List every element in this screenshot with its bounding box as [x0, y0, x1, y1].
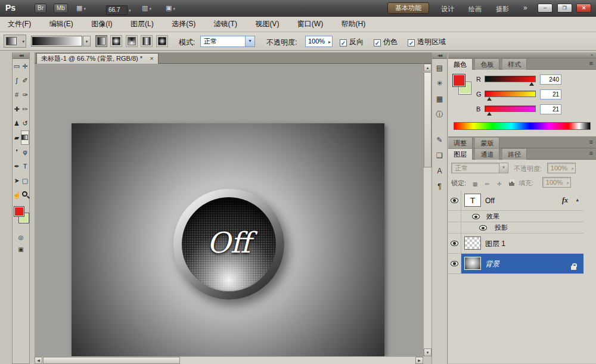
layer-row-off[interactable]: T Off fx ▴ [448, 191, 583, 211]
tool-preset-picker[interactable]: ▾ [4, 35, 26, 48]
lock-transparent-pixels-icon[interactable]: ▦ [471, 181, 479, 187]
bridge-button[interactable]: Br [35, 4, 46, 13]
eye-icon[interactable] [479, 225, 487, 231]
clone-source-panel-icon[interactable]: ❏ [433, 150, 446, 162]
menu-image[interactable]: 图像(I) [83, 17, 120, 32]
layer-row-layer1[interactable]: 图层 1 [448, 234, 583, 254]
collapse-tools-icon[interactable]: ◀◀ [13, 52, 29, 59]
minimize-button[interactable]: ─ [538, 4, 552, 13]
brush-tool[interactable]: ✏ [21, 102, 29, 116]
tab-styles[interactable]: 样式 [502, 59, 527, 70]
visibility-cell[interactable] [448, 234, 461, 253]
gradient-picker-arrow[interactable]: ▾ [83, 36, 91, 46]
menu-window[interactable]: 窗口(W) [290, 17, 331, 32]
zoom-level-field[interactable]: 66.7 [106, 5, 128, 15]
brushes-panel-icon[interactable]: ✎ [433, 134, 446, 147]
gradient-tool[interactable] [21, 130, 29, 145]
blur-tool[interactable]: ❜ [13, 145, 21, 159]
gradient-preview[interactable] [31, 36, 82, 46]
tab-paths[interactable]: 路径 [502, 149, 527, 160]
tab-channels[interactable]: 通道 [475, 149, 499, 160]
mini-bridge-button[interactable]: Mb [54, 4, 68, 13]
eyedropper-tool[interactable]: ✑ [21, 88, 29, 102]
panel-menu-icon[interactable]: ≡ [589, 60, 593, 67]
opacity-field[interactable]: 100%▸ [305, 36, 333, 47]
layer-row-drop-shadow[interactable]: 投影 [448, 222, 583, 234]
vertical-scrollbar[interactable]: ▲ ▼ [423, 64, 432, 356]
layer-row-effects[interactable]: 效果 [448, 211, 583, 222]
scroll-left-icon[interactable]: ◀ [35, 357, 42, 364]
slider-handle[interactable] [487, 95, 492, 101]
layer-row-background[interactable]: 背景 [448, 254, 583, 274]
eye-icon[interactable] [472, 214, 480, 219]
blue-channel-slider[interactable] [485, 105, 536, 112]
path-selection-tool[interactable]: ➤ [13, 173, 21, 188]
color-spectrum-ramp[interactable] [454, 122, 591, 130]
green-channel-slider[interactable] [485, 91, 536, 97]
drop-shadow-label[interactable]: 投影 [495, 222, 508, 234]
red-channel-slider[interactable] [485, 76, 536, 82]
transparency-checkbox[interactable]: ✓透明区域 [408, 37, 446, 47]
dodge-tool[interactable]: φ [21, 145, 29, 159]
spot-healing-brush-tool[interactable]: ✚ [13, 102, 21, 116]
canvas-viewport[interactable]: Off [35, 64, 423, 356]
fill-field[interactable]: 100%▸ [542, 177, 571, 188]
view-extras-dropdown[interactable]: ▦▾ [76, 4, 86, 12]
combo-arrow-icon[interactable]: ▼ [245, 36, 254, 46]
workspace-basic-button[interactable]: 基本功能 [387, 2, 429, 14]
angle-gradient-button[interactable] [126, 35, 138, 47]
pen-tool[interactable]: ✒ [13, 159, 21, 173]
scroll-up-icon[interactable]: ▲ [424, 64, 432, 71]
quick-mask-button[interactable]: ◎ [15, 233, 26, 242]
rectangle-tool[interactable]: ▢ [21, 173, 29, 188]
crop-tool[interactable]: # [13, 88, 21, 102]
menu-file[interactable]: 文件(F) [0, 17, 39, 32]
quick-selection-tool[interactable]: ✐ [21, 73, 29, 88]
eraser-tool[interactable]: ▰ [13, 130, 21, 145]
menu-filter[interactable]: 滤镜(T) [206, 17, 245, 32]
layer-thumbnail[interactable] [464, 237, 481, 250]
hand-tool[interactable]: ☝ [13, 188, 21, 202]
menu-layer[interactable]: 图层(L) [123, 17, 162, 32]
radial-gradient-button[interactable] [110, 35, 122, 47]
red-channel-value[interactable]: 240 [540, 74, 561, 85]
menu-edit[interactable]: 编辑(E) [42, 17, 81, 32]
background-layer-thumbnail[interactable] [464, 257, 481, 270]
diamond-gradient-button[interactable] [156, 35, 168, 47]
visibility-cell[interactable] [448, 254, 461, 273]
fx-badge[interactable]: fx [562, 196, 568, 205]
character-panel-icon[interactable]: A [433, 165, 446, 178]
layer-name[interactable]: 图层 1 [485, 234, 505, 254]
arrange-documents-dropdown[interactable]: ▥▾ [142, 4, 151, 12]
rectangular-marquee-tool[interactable]: ▭ [13, 59, 21, 73]
zoom-tool[interactable] [21, 188, 29, 202]
reflected-gradient-button[interactable] [141, 35, 153, 47]
horizontal-scroll-thumb[interactable] [43, 357, 180, 364]
expand-dock-icon[interactable]: ◀◀ [432, 52, 447, 59]
lock-all-icon[interactable] [507, 181, 516, 187]
info-panel-icon[interactable]: ⓘ [433, 108, 446, 121]
lock-position-icon[interactable]: ✛ [495, 181, 504, 187]
history-brush-tool[interactable]: ↺ [21, 116, 29, 130]
opacity-popup-icon[interactable]: ▸ [572, 164, 574, 173]
clone-stamp-tool[interactable]: ♟ [13, 116, 21, 130]
foreground-color-swatch[interactable] [14, 207, 24, 216]
tab-layers[interactable]: 图层 [448, 149, 473, 160]
panel-menu-icon[interactable]: ≡ [589, 150, 593, 157]
styles-panel-icon[interactable]: ✳ [433, 77, 446, 90]
panel-menu-icon[interactable]: ≡ [589, 138, 593, 145]
panel-foreground-swatch[interactable] [454, 75, 464, 86]
layer-name[interactable]: Off [485, 191, 495, 211]
lock-image-pixels-icon[interactable]: ✏ [483, 181, 491, 187]
document-canvas[interactable]: Off [72, 123, 384, 356]
layer-name[interactable]: 背景 [485, 254, 499, 274]
reverse-checkbox[interactable]: ✓反向 [340, 37, 364, 47]
text-layer-thumbnail[interactable]: T [464, 194, 481, 207]
screen-mode-dropdown[interactable]: ▣▾ [166, 4, 175, 12]
document-tab[interactable]: 未标题-1 @ 66.7% (背景, RGB/8) * × [36, 53, 159, 64]
blend-mode-select[interactable]: 正常▼ [200, 36, 255, 47]
horizontal-scrollbar[interactable]: ◀ ▶ [35, 356, 423, 364]
restore-button[interactable]: ❐ [557, 4, 572, 13]
workspace-design-button[interactable]: 设计 [441, 5, 454, 14]
workspace-overflow-icon[interactable]: » [523, 4, 527, 12]
